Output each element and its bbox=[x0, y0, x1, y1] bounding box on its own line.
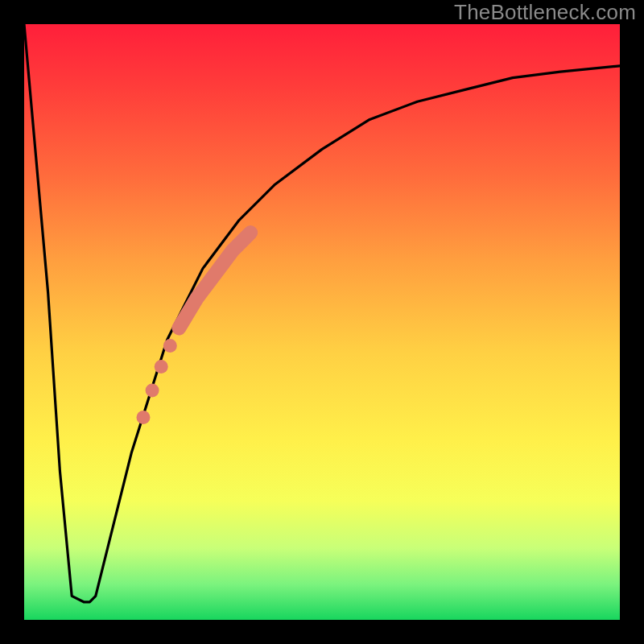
highlight-dot bbox=[146, 384, 159, 398]
bottleneck-chart bbox=[0, 0, 644, 644]
highlight-dot bbox=[155, 360, 168, 374]
watermark-text: TheBottleneck.com bbox=[454, 0, 636, 25]
highlight-dot bbox=[137, 411, 151, 424]
plot-area bbox=[24, 24, 620, 620]
chart-stage: TheBottleneck.com bbox=[0, 0, 644, 644]
highlight-dot bbox=[163, 339, 177, 353]
